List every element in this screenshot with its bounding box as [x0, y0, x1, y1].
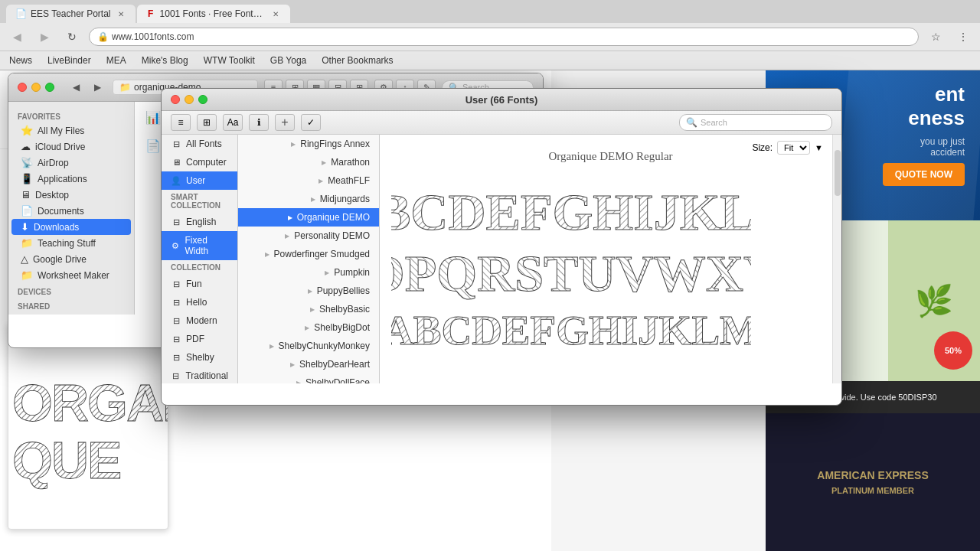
fb-collection-hello[interactable]: ⊟ Hello: [162, 293, 237, 311]
menu-button[interactable]: ⋮: [952, 28, 974, 46]
fb-info-view[interactable]: ℹ: [249, 114, 269, 131]
fb-size-control: Size: Fit 24 36 48 72 ▼: [752, 141, 823, 155]
tab-label-2: 1001 Fonts · Free Fonts Baby!: [160, 8, 267, 19]
fb-font-view[interactable]: Aa: [223, 114, 243, 131]
fb-collection-traditional[interactable]: ⊟ Traditional: [162, 367, 237, 383]
fb-fixed-width[interactable]: ⚙ Fixed Width: [162, 231, 237, 260]
fb-font-shelbydearheart[interactable]: ▶ ShelbyDearHeart: [238, 355, 379, 373]
bookmark-label: GB Yoga: [270, 55, 306, 66]
bookmark-other[interactable]: Other Bookmarks: [318, 54, 396, 67]
tab-bar: 📄 EES Teacher Portal ✕ F 1001 Fonts · Fr…: [0, 0, 980, 23]
sidebar-item-gdrive[interactable]: △ Google Drive: [11, 251, 131, 267]
fb-font-shelbydollface[interactable]: ▶ ShelbyDollFace: [238, 373, 379, 383]
fb-collection-modern[interactable]: ⊟ Modern: [162, 311, 237, 330]
fb-font-powderfinger[interactable]: ▶ Powderfinger Smudged: [238, 245, 379, 263]
svg-text:ORGANI: ORGANI: [12, 373, 168, 432]
fb-fonts-panel: ▶ RingFings Annex ▶ Marathon ▶ MeathFLF …: [238, 135, 380, 383]
lock-icon: 🔒: [97, 31, 109, 42]
bookmark-livebinder[interactable]: LiveBinder: [44, 54, 94, 67]
settings-icon: ⚙: [171, 240, 180, 251]
minimize-button-finder[interactable]: [31, 83, 41, 92]
sidebar-item-desktop[interactable]: 🖥 Desktop: [11, 187, 131, 203]
bookmark-star[interactable]: ☆: [925, 28, 946, 46]
browser-chrome: 📄 EES Teacher Portal ✕ F 1001 Fonts · Fr…: [0, 0, 980, 70]
fb-collection-shelby[interactable]: ⊟ Shelby: [162, 348, 237, 367]
tab-teacher-portal[interactable]: 📄 EES Teacher Portal ✕: [6, 5, 136, 23]
sidebar-item-documents[interactable]: 📄 Documents: [11, 203, 131, 219]
svg-text:NOPQRSTUVWXYZ: NOPQRSTUVWXYZ: [391, 244, 751, 302]
sidebar-item-icloud[interactable]: ☁ iCloud Drive: [11, 139, 131, 155]
maximize-button-fb[interactable]: [198, 95, 207, 104]
size-select[interactable]: Fit 24 36 48 72: [777, 141, 810, 155]
close-button-fb[interactable]: [171, 95, 180, 104]
fontbook-title: User (66 Fonts): [466, 94, 538, 106]
fb-font-marathon[interactable]: ▶ Marathon: [238, 153, 379, 171]
fb-computer[interactable]: 🖥 Computer: [162, 153, 237, 171]
fb-grid-view[interactable]: ⊞: [197, 114, 217, 131]
fb-preview-panel: Size: Fit 24 36 48 72 ▼ Organique DEMO R…: [380, 135, 841, 383]
fb-all-fonts[interactable]: ⊟ All Fonts: [162, 135, 237, 153]
address-bar[interactable]: 🔒 www.1001fonts.com: [89, 28, 919, 46]
tab-close-2[interactable]: ✕: [271, 8, 280, 19]
fb-search-placeholder: Search: [701, 118, 727, 127]
sidebar-item-applications[interactable]: 📱 Applications: [11, 171, 131, 187]
fb-font-midjungards[interactable]: ▶ Midjungards: [238, 190, 379, 208]
fb-font-personality[interactable]: ▶ Personality DEMO: [238, 227, 379, 245]
fb-search-box[interactable]: 🔍 Search: [679, 114, 832, 131]
fb-scrollbar-thumb: [835, 150, 841, 196]
tab-1001fonts[interactable]: F 1001 Fonts · Free Fonts Baby! ✕: [137, 5, 290, 23]
back-button[interactable]: ◀: [6, 28, 28, 46]
fontbook-body: ⊟ All Fonts 🖥 Computer 👤 User Smart Coll…: [162, 135, 841, 383]
fb-check-button[interactable]: ✓: [301, 114, 321, 131]
bookmark-mea[interactable]: MEA: [103, 54, 129, 67]
reload-button[interactable]: ↻: [61, 28, 83, 46]
bookmark-blog[interactable]: Mike's Blog: [139, 54, 191, 67]
fb-font-ringfings[interactable]: ▶ RingFings Annex: [238, 135, 379, 153]
collection-header: Collection: [162, 260, 237, 275]
sidebar-item-airdrop[interactable]: 📡 AirDrop: [11, 155, 131, 171]
fb-font-pumpkin[interactable]: ▶ Pumpkin: [238, 263, 379, 282]
finder-sidebar: Favorites ⭐ All My Files ☁ iCloud Drive …: [8, 102, 135, 315]
finder-back[interactable]: ◀: [67, 80, 85, 95]
amex-ad: AMERICAN EXPRESS PLATINUM MEMBER: [766, 413, 980, 551]
smart-collection-header: Smart Collection: [162, 190, 237, 213]
fb-font-shelbychunky[interactable]: ▶ ShelbyChunkyMonkey: [238, 337, 379, 355]
close-button-finder[interactable]: [18, 83, 27, 92]
maximize-button-finder[interactable]: [45, 83, 54, 92]
discount-badge: 50%: [934, 331, 972, 370]
pdf-icon: ⊟: [171, 334, 181, 344]
tab-close-1[interactable]: ✕: [116, 8, 126, 19]
bookmark-news[interactable]: News: [6, 54, 35, 67]
fb-add-button[interactable]: +: [275, 114, 295, 131]
fontbook-titlebar: User (66 Fonts): [162, 89, 841, 111]
fb-collection-fun[interactable]: ⊟ Fun: [162, 275, 237, 293]
fb-font-organique[interactable]: ▶ Organique DEMO: [238, 208, 379, 227]
fb-font-shelbybigdot[interactable]: ▶ ShelbyBigDot: [238, 318, 379, 337]
fb-english[interactable]: ⊟ English: [162, 213, 237, 231]
excel-icon: 📊: [145, 110, 161, 125]
fb-font-meathflf[interactable]: ▶ MeathFLF: [238, 171, 379, 190]
size-expand-icon[interactable]: ▼: [815, 143, 823, 152]
fb-scrollbar[interactable]: [832, 135, 841, 383]
fb-collection-pdf[interactable]: ⊟ PDF: [162, 330, 237, 348]
text-file-icon: 📄: [145, 139, 161, 153]
tab-label-1: EES Teacher Portal: [31, 8, 111, 19]
forward-button[interactable]: ▶: [34, 28, 55, 46]
bookmark-yoga[interactable]: GB Yoga: [267, 54, 309, 67]
shared-label: Shared: [8, 298, 134, 312]
modern-icon: ⊟: [171, 315, 181, 326]
folder-icon: 📁: [119, 82, 131, 93]
sidebar-item-all-files[interactable]: ⭐ All My Files: [11, 122, 131, 139]
fb-font-puppybellies[interactable]: ▶ PuppyBellies: [238, 282, 379, 300]
finder-forward[interactable]: ▶: [88, 80, 106, 95]
sidebar-item-teaching[interactable]: 📁 Teaching Stuff: [11, 235, 131, 251]
organique-svg: ORGANI QUE: [8, 344, 168, 513]
fontbook-traffic-lights: [171, 95, 207, 104]
bookmark-wtw[interactable]: WTW Toolkit: [201, 54, 258, 67]
fb-font-shelbybasic[interactable]: ▶ ShelbyBasic: [238, 300, 379, 318]
sidebar-item-downloads[interactable]: ⬇ Downloads: [11, 219, 131, 235]
minimize-button-fb[interactable]: [185, 95, 194, 104]
fb-user[interactable]: 👤 User: [162, 171, 237, 190]
fb-list-view[interactable]: ≡: [171, 114, 191, 131]
sidebar-item-worksheet[interactable]: 📁 Worksheet Maker: [11, 267, 131, 283]
